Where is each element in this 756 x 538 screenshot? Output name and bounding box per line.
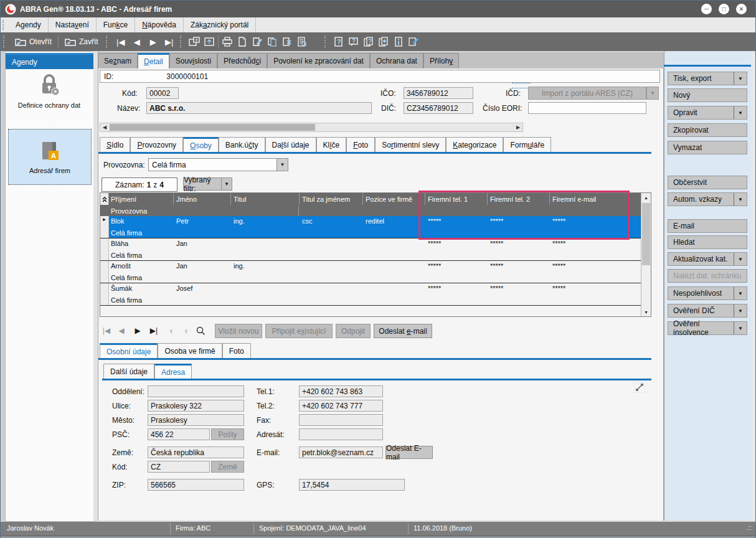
tab-klice[interactable]: Klíče [316,137,347,152]
browse-records-icon[interactable] [295,34,309,49]
scroll-right-icon[interactable]: ▶ [514,123,522,131]
tab-detail[interactable]: Detail [138,53,169,68]
tab-provozovny[interactable]: Provozovny [130,137,183,152]
tab-formulare[interactable]: Formuláře [503,137,551,152]
person-nav-first-icon[interactable]: |◀ [100,326,113,335]
menu-nastaveni[interactable]: Nastavení [49,17,97,32]
maximize-button[interactable]: □ [719,4,729,14]
refresh-window-icon[interactable] [202,34,217,49]
tab-ochrana-dat[interactable]: Ochrana dat [370,53,423,68]
horizontal-scrollbar[interactable]: ◀ ▶ [100,123,523,132]
help-icon[interactable]: ? [331,34,346,49]
chevron-down-icon[interactable]: ▼ [276,159,288,171]
eori-input[interactable] [528,102,646,114]
toolbar-grip[interactable] [106,35,110,48]
menu-agendy[interactable]: Agendy [9,17,49,32]
oddeleni-input[interactable] [148,385,244,397]
tab-souvislosti[interactable]: Souvislosti [169,53,217,68]
chevron-down-icon[interactable]: ▼ [734,287,747,300]
tab-dalsi-udaje-person[interactable]: Další údaje [103,364,154,379]
tab-sortimentni-slevy[interactable]: Sortimentní slevy [375,137,446,152]
kod-input[interactable]: 00002 [146,87,179,99]
tab-prilohy[interactable]: Přílohy [423,53,459,68]
detach-window-icon[interactable] [187,34,202,49]
selected-filter-button[interactable]: Vybraný filtr: [183,177,222,191]
nav-first-icon[interactable]: |◀ [113,37,129,47]
auto-messages-button[interactable]: Autom. vzkazy ▼ [668,192,747,206]
table-row[interactable]: ▸ Blok Petr ing. csc reditel ***** *****… [100,216,641,238]
tab-predchudci[interactable]: Předchůdci [217,53,267,68]
help-topics-icon[interactable]: ? [361,34,376,49]
copy-record-icon[interactable] [265,34,280,49]
send-email-address-button[interactable]: Odeslat E-mail [385,446,433,459]
scroll-left-icon[interactable]: ◀ [100,123,109,131]
email-button[interactable]: E-mail [668,219,747,233]
person-nav-next-icon[interactable]: ▶ [131,326,144,335]
chevron-down-icon[interactable]: ▼ [734,253,747,265]
adresat-input[interactable] [299,428,383,440]
tab-osoby[interactable]: Osoby [183,137,219,152]
scroll-down-icon[interactable]: ▼ [641,308,651,316]
column-header-pozice-ve-firme[interactable]: Pozice ve firmě [363,193,425,205]
chevron-down-icon[interactable]: ▼ [734,193,747,205]
nazev-input[interactable]: ABC s.r.o. [146,102,372,114]
edit-record-icon[interactable] [250,34,265,49]
kod-zeme-input[interactable]: CZ [148,461,210,473]
nav-last-icon[interactable]: ▶| [161,37,177,47]
chevron-down-icon[interactable]: ▼ [734,304,747,317]
nav-next-icon[interactable]: ▶ [145,37,161,47]
column-header-titul[interactable]: Titul [231,193,300,205]
table-row[interactable]: Arnošt Jan ing. ***** ***** ***** Celá f… [100,261,641,283]
tab-sidlo[interactable]: Sídlo [100,137,130,152]
mesto-input[interactable]: Praskolesy [148,414,244,426]
toolbar-grip[interactable] [180,35,184,48]
provozovna-select[interactable]: Celá firma ▼ [148,158,288,171]
person-nav-delete-icon[interactable]: ‹ [179,325,193,336]
table-row[interactable]: Šumák Josef ***** ***** ***** Celá firma [100,283,641,306]
feedback-icon[interactable] [406,34,421,49]
gps-input[interactable]: 17,5454 [299,479,405,491]
dic-input[interactable]: CZ3456789012 [404,102,473,114]
open-button[interactable]: Otevřít [10,34,57,49]
tel2-input[interactable]: +420 602 743 777 [299,400,383,412]
zeme-input[interactable]: Česká republika [148,446,244,458]
sidebar-item-adresar-firem[interactable]: A Adresář firem [8,129,92,185]
nav-prior-icon[interactable]: ◀ [129,37,145,47]
tel1-input[interactable]: +420 602 743 863 [299,385,383,397]
column-header-titul-za-jmenem[interactable]: Titul za jménem [300,193,363,205]
menu-funkce[interactable]: Funkce [97,17,135,32]
tab-foto-person[interactable]: Foto [222,343,251,358]
new-button[interactable]: Nový [668,88,747,102]
column-header-prijmeni[interactable]: Příjmení [108,193,174,205]
column-header-firemni-email[interactable]: Firemní e-mail [550,193,641,205]
context-help-icon[interactable]: ? [346,34,361,49]
search-icon[interactable] [196,326,206,337]
copy-button[interactable]: Zkopírovat [668,123,747,137]
sort-indicator-icon[interactable] [100,193,109,205]
psc-input[interactable]: 456 22 [148,428,210,440]
chevron-down-icon[interactable]: ▼ [734,322,747,334]
print-export-button[interactable]: Tisk, export ▼ [668,72,747,85]
delete-record-icon[interactable] [280,34,295,49]
menubar-grip[interactable] [2,20,7,30]
zip-input[interactable]: 566565 [148,479,244,491]
delete-button[interactable]: Vymazat [668,141,747,154]
tab-foto[interactable]: Foto [346,137,375,152]
scrollbar-thumb[interactable] [110,124,315,131]
print-icon[interactable] [220,34,235,49]
ico-input[interactable]: 3456789012 [404,87,473,99]
resize-grip[interactable]: .:: [747,524,752,531]
refresh-button[interactable]: Občerstvit [668,176,747,189]
chevron-down-icon[interactable]: ▼ [734,106,747,119]
tab-osoba-ve-firme[interactable]: Osoba ve firmě [158,343,222,358]
new-record-icon[interactable] [235,34,250,49]
tab-osobni-udaje[interactable]: Osobní údaje [100,343,158,358]
minimize-button[interactable]: ─ [701,4,712,14]
tab-adresa[interactable]: Adresa [154,364,192,379]
info-icon[interactable] [391,34,406,49]
tab-bank-ucty[interactable]: Bank.účty [219,137,265,152]
person-nav-last-icon[interactable]: ▶| [147,326,161,335]
table-row[interactable]: Bláha Jan ***** ***** ***** Celá firma [100,238,641,261]
scroll-up-icon[interactable]: ▲ [641,193,651,202]
scrollbar-thumb[interactable] [642,203,650,265]
